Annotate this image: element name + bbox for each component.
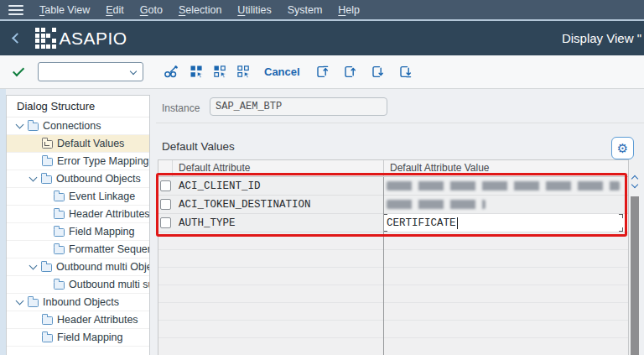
attribute-cell[interactable]: ACI_TOKEN_DESTINATION — [173, 199, 383, 211]
sidebar-item-label: Connections — [43, 120, 101, 132]
logo-text: ASAPIO — [60, 29, 127, 49]
table-scrollbar[interactable] — [628, 159, 640, 355]
chevron-down-icon[interactable] — [15, 298, 28, 306]
default-values-table: Default Attribute Default Attribute Valu… — [158, 159, 628, 355]
menu-system[interactable]: System — [288, 4, 323, 16]
menu-goto[interactable]: Goto — [140, 4, 163, 16]
last-page-icon[interactable] — [398, 65, 413, 79]
previous-page-icon[interactable] — [343, 65, 357, 79]
menu-table-view[interactable]: Table View — [39, 4, 90, 16]
sidebar-item-error-type-mapping[interactable]: Error Type Mapping — [7, 153, 149, 170]
sidebar-item-default-values[interactable]: Default Values — [7, 135, 149, 153]
sidebar-item-outbound-multi-sub-o[interactable]: Outbound multi sub O — [7, 276, 149, 294]
sidebar-item-outbound-multi-objects[interactable]: Outbound multi Objects — [7, 258, 149, 276]
menu-utilities[interactable]: Utilities — [237, 4, 271, 16]
empty-table-row — [158, 268, 628, 285]
chevron-down-icon[interactable] — [15, 122, 28, 130]
folder-icon — [42, 158, 53, 166]
chevron-down-icon[interactable] — [130, 68, 137, 75]
display-change-icon[interactable] — [164, 65, 178, 79]
folder-icon — [54, 281, 65, 290]
sidebar-item-label: Field Mapping — [57, 332, 123, 343]
first-page-icon[interactable] — [315, 65, 330, 79]
value-cell[interactable] — [383, 177, 628, 195]
select-column-header — [158, 160, 173, 176]
sidebar-item-outbound-objects[interactable]: Outbound Objects — [7, 170, 149, 188]
sidebar-item-label: Formatter Sequence — [69, 243, 149, 255]
empty-table-row — [158, 338, 628, 355]
sidebar-item-field-mapping[interactable]: Field Mapping — [7, 223, 149, 241]
instance-label: Instance — [162, 102, 200, 114]
select-block-icon[interactable] — [213, 65, 227, 79]
row-checkbox[interactable] — [160, 217, 171, 228]
folder-open-icon — [28, 123, 39, 131]
menu-edit[interactable]: Edit — [106, 4, 124, 16]
section-divider — [156, 123, 644, 123]
sidebar-item-label: Inbound Objects — [43, 296, 119, 308]
sidebar-item-event-linkage[interactable]: Event Linkage — [7, 188, 149, 206]
cell-selection-corner — [619, 214, 623, 218]
deselect-all-icon[interactable] — [236, 65, 251, 79]
sidebar-item-label: Outbound Objects — [56, 173, 141, 185]
table-row-aci-token-destination: ACI_TOKEN_DESTINATION — [158, 196, 628, 214]
folder-icon — [42, 334, 53, 342]
folder-icon — [54, 228, 65, 237]
sidebar-item-label: Field Mapping — [69, 226, 135, 238]
column-divider[interactable] — [383, 177, 384, 355]
sidebar-item-inbound-objects[interactable]: Inbound Objects — [7, 294, 149, 311]
sidebar-item-label: Event Linkage — [69, 191, 135, 202]
attribute-cell[interactable]: ACI_CLIENT_ID — [173, 180, 383, 192]
chevron-down-icon[interactable] — [29, 263, 41, 271]
enter-check-icon[interactable] — [13, 65, 24, 76]
settings-gear-icon[interactable]: ⚙ — [611, 137, 634, 159]
section-title: Default Values — [162, 140, 235, 153]
sidebar-item-field-mapping-2[interactable]: Field Mapping — [7, 329, 149, 347]
application-toolbar: Cancel — [0, 55, 644, 89]
sidebar-item-label: Default Values — [57, 138, 124, 149]
folder-icon — [54, 211, 65, 219]
dialog-structure-panel: Dialog Structure ConnectionsDefault Valu… — [6, 95, 150, 355]
table-header-row: Default Attribute Default Attribute Valu… — [158, 159, 628, 177]
row-checkbox[interactable] — [160, 199, 171, 210]
folder-open-icon — [41, 264, 52, 272]
folder-icon — [54, 193, 65, 201]
select-all-icon[interactable] — [190, 65, 204, 79]
command-field[interactable] — [38, 62, 143, 81]
table-row-aci-client-id: ACI_CLIENT_ID — [158, 177, 628, 196]
value-cell[interactable]: CERTIFICATE — [383, 214, 628, 232]
empty-table-row — [158, 321, 628, 338]
hamburger-menu-icon[interactable] — [8, 5, 23, 15]
chevron-down-icon[interactable] — [29, 175, 41, 183]
next-page-icon[interactable] — [371, 65, 385, 79]
scroll-down-icon[interactable] — [631, 181, 638, 188]
scrollbar-thumb[interactable] — [631, 196, 639, 355]
column-header-default-attribute-value: Default Attribute Value — [383, 160, 628, 176]
back-icon[interactable] — [12, 33, 23, 44]
column-header-default-attribute: Default Attribute — [173, 160, 383, 176]
folder-open-icon — [28, 299, 39, 307]
sidebar-item-label: Error Type Mapping — [57, 155, 149, 167]
text-cursor — [457, 217, 459, 229]
attribute-cell[interactable]: AUTH_TYPE — [173, 217, 383, 229]
row-checkbox[interactable] — [160, 180, 171, 191]
empty-table-row — [158, 285, 628, 303]
instance-field[interactable]: SAP_AEM_BTP — [210, 97, 387, 116]
table-row-auth-type: AUTH_TYPECERTIFICATE — [158, 214, 628, 232]
empty-table-row — [158, 303, 628, 321]
menu-selection[interactable]: Selection — [179, 4, 221, 16]
redacted-value — [387, 181, 620, 191]
sidebar-item-connections[interactable]: Connections — [7, 117, 149, 135]
sidebar-item-label: Outbound multi Objects — [56, 261, 149, 273]
sidebar-item-label: Outbound multi sub O — [69, 279, 149, 290]
dialog-structure-title: Dialog Structure — [7, 96, 149, 117]
cell-selection-corner — [619, 227, 623, 232]
value-cell[interactable] — [383, 196, 628, 213]
cancel-button[interactable]: Cancel — [264, 65, 300, 78]
folder-display-icon — [42, 140, 53, 149]
sidebar-item-label: Header Attributes — [57, 314, 138, 326]
sidebar-item-header-attributes-2[interactable]: Header Attributes — [7, 311, 149, 329]
menu-help[interactable]: Help — [338, 4, 360, 16]
sidebar-item-header-attributes[interactable]: Header Attributes — [7, 206, 149, 223]
sidebar-item-formatter-sequence[interactable]: Formatter Sequence — [7, 241, 149, 258]
folder-icon — [54, 246, 65, 254]
